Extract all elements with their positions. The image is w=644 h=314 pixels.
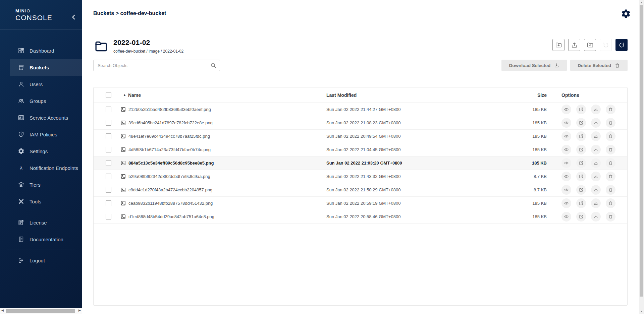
download-button[interactable] <box>591 118 601 128</box>
row-checkbox[interactable] <box>106 160 111 166</box>
table-row[interactable]: 212b052b1bad482fb8369533ebf0aeef.png Sun… <box>94 103 627 116</box>
sidebar-item-tiers[interactable]: Tiers <box>0 176 82 193</box>
download-button[interactable] <box>591 105 601 114</box>
share-button[interactable] <box>576 185 586 195</box>
download-button[interactable] <box>591 198 601 208</box>
delete-button[interactable] <box>606 198 615 208</box>
eye-icon <box>564 201 569 206</box>
column-header-name[interactable]: ▲ Name <box>117 92 326 98</box>
object-size: 185 KB <box>484 201 550 206</box>
vertical-scrollbar-thumb[interactable] <box>640 5 643 297</box>
object-name: 4d58f8b1b6714a23a73fd47bfae0b74c.png <box>128 147 211 152</box>
row-checkbox[interactable] <box>106 214 111 219</box>
object-size: 8.7 KB <box>484 174 550 179</box>
row-checkbox[interactable] <box>106 133 111 139</box>
delete-button[interactable] <box>606 158 615 168</box>
preview-button[interactable] <box>561 131 571 141</box>
download-button[interactable] <box>591 172 601 181</box>
select-all-checkbox[interactable] <box>106 92 111 98</box>
sidebar-item-groups[interactable]: Groups <box>0 92 82 109</box>
horizontal-scrollbar[interactable]: ◀ ▶ <box>0 308 82 314</box>
row-checkbox[interactable] <box>106 120 111 126</box>
share-button[interactable] <box>576 131 586 141</box>
search-input[interactable] <box>93 60 220 71</box>
preview-button[interactable] <box>561 145 571 154</box>
download-button[interactable] <box>591 131 601 141</box>
delete-button[interactable] <box>606 212 615 222</box>
preview-button[interactable] <box>561 118 571 128</box>
scroll-up-arrow[interactable]: ▲ <box>639 1 644 4</box>
console-settings-button[interactable] <box>621 9 631 19</box>
upload-file-button[interactable] <box>568 39 580 51</box>
sidebar-item-service-accounts[interactable]: Service Accounts <box>0 109 82 126</box>
preview-button[interactable] <box>561 158 571 168</box>
sidebar-item-notification-endpoints[interactable]: λ Notification Endpoints <box>0 160 82 176</box>
object-last-modified: Sun Jan 02 2022 20:58:46 GMT+0800 <box>326 214 484 219</box>
share-button[interactable] <box>576 212 586 222</box>
table-row[interactable]: ceab9832b11948bfb2887578dd451432.png Sun… <box>94 197 627 210</box>
delete-button[interactable] <box>606 105 615 114</box>
row-checkbox[interactable] <box>106 187 111 193</box>
sidebar-collapse-button[interactable] <box>70 13 77 21</box>
create-new-path-button[interactable] <box>552 39 565 51</box>
sidebar-item-iam-policies[interactable]: IAM Policies <box>0 126 82 143</box>
upload-folder-button[interactable] <box>584 39 596 51</box>
table-row[interactable]: c8dd4c1d270f43a2b4724ccbb2204957.png Sun… <box>94 183 627 197</box>
sidebar-item-documentation[interactable]: Documentation <box>0 231 82 248</box>
delete-button[interactable] <box>606 145 615 154</box>
preview-button[interactable] <box>561 172 571 181</box>
sidebar-item-dashboard[interactable]: Dashboard <box>0 42 82 59</box>
delete-button[interactable] <box>606 185 615 195</box>
table-row[interactable]: 39cd6b405bc241d7897e782fcb722e8e.png Sun… <box>94 116 627 130</box>
share-button[interactable] <box>576 105 586 114</box>
sidebar-item-logout[interactable]: Logout <box>0 252 82 269</box>
download-icon <box>593 147 598 152</box>
row-checkbox[interactable] <box>106 107 111 112</box>
scroll-down-arrow[interactable]: ▼ <box>639 310 644 313</box>
delete-button[interactable] <box>606 131 615 141</box>
row-options <box>550 131 627 141</box>
share-button[interactable] <box>576 145 586 154</box>
refresh-button[interactable] <box>615 39 628 51</box>
share-icon <box>579 201 584 206</box>
rewind-button[interactable] <box>600 39 612 51</box>
table-row[interactable]: b29a08fbf92342d882dcbdf7e9c9c9aa.png Sun… <box>94 170 627 183</box>
share-button[interactable] <box>576 198 586 208</box>
sidebar-item-buckets[interactable]: Buckets <box>0 59 82 76</box>
trash-icon <box>608 214 613 219</box>
download-button[interactable] <box>591 212 601 222</box>
delete-button[interactable] <box>606 118 615 128</box>
delete-button[interactable] <box>606 172 615 181</box>
row-checkbox[interactable] <box>106 147 111 152</box>
row-checkbox[interactable] <box>106 174 111 179</box>
download-button[interactable] <box>591 185 601 195</box>
delete-selected-button[interactable]: Delete Selected <box>570 60 628 71</box>
column-header-size[interactable]: Size <box>484 92 550 98</box>
preview-button[interactable] <box>561 212 571 222</box>
table-row[interactable]: 48e41ef7e69c443494cc78b7aaf25fdc.png Sun… <box>94 130 627 143</box>
share-button[interactable] <box>576 158 586 168</box>
share-button[interactable] <box>576 118 586 128</box>
scroll-left-arrow[interactable]: ◀ <box>1 309 4 312</box>
share-button[interactable] <box>576 172 586 181</box>
table-row[interactable]: 4d58f8b1b6714a23a73fd47bfae0b74c.png Sun… <box>94 143 627 156</box>
scroll-right-arrow[interactable]: ▶ <box>78 309 81 312</box>
download-icon <box>593 201 598 206</box>
preview-button[interactable] <box>561 105 571 114</box>
download-button[interactable] <box>591 145 601 154</box>
download-button[interactable] <box>591 158 601 168</box>
horizontal-scrollbar-thumb[interactable] <box>6 309 75 313</box>
table-row[interactable]: d1ed868d48b54dd29ac842ab751a64e8.png Sun… <box>94 210 627 224</box>
preview-button[interactable] <box>561 198 571 208</box>
sidebar-item-settings[interactable]: Settings <box>0 143 82 160</box>
vertical-scrollbar[interactable]: ▲ ▼ <box>639 0 644 314</box>
row-checkbox[interactable] <box>106 200 111 206</box>
download-selected-button[interactable]: Download Selected <box>501 60 567 71</box>
sidebar-item-users[interactable]: Users <box>0 76 82 92</box>
sidebar-item-tools[interactable]: Tools <box>0 193 82 210</box>
table-row[interactable]: 884a5c13c5e34eff89c56d8c95bee8e5.png Sun… <box>94 156 627 170</box>
sidebar-item-license[interactable]: License <box>0 214 82 231</box>
preview-button[interactable] <box>561 185 571 195</box>
column-header-last-modified[interactable]: Last Modified <box>326 92 484 98</box>
eye-icon <box>564 107 569 112</box>
